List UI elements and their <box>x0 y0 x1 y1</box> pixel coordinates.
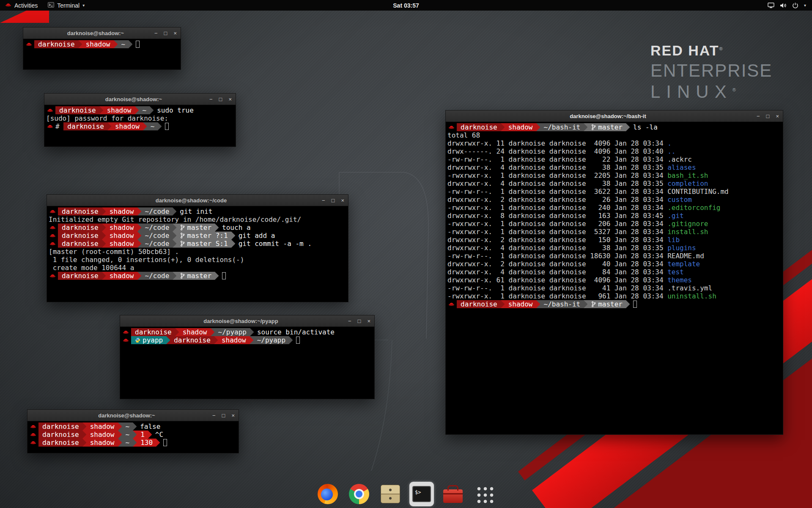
window-buttons: − □ × <box>757 110 779 121</box>
command-text: git add a <box>239 232 275 240</box>
titlebar[interactable]: darknoise@shadow:~/pyapp − □ × <box>120 315 374 327</box>
segment-text: shadow <box>90 422 115 431</box>
close-button[interactable]: × <box>228 97 232 102</box>
powerline-arrow <box>82 439 86 447</box>
maximize-button[interactable]: □ <box>332 198 335 203</box>
status-area[interactable]: ▾ <box>768 0 812 11</box>
output-text: # <box>55 122 63 130</box>
minimize-button[interactable]: − <box>212 413 216 418</box>
segment-text: darknoise <box>62 207 99 215</box>
firefox-icon[interactable] <box>315 482 340 506</box>
minimize-button[interactable]: − <box>757 113 760 119</box>
terminal-line: 1 file changed, 0 insertions(+), 0 delet… <box>49 256 346 264</box>
segment-text: ~ <box>121 40 126 48</box>
titlebar[interactable]: darknoise@shadow:~ − □ × <box>44 94 236 105</box>
prompt-segment-host: shadow <box>106 232 137 240</box>
powerline-arrow <box>137 232 141 240</box>
maximize-button[interactable]: □ <box>222 413 225 418</box>
maximize-button[interactable]: □ <box>219 97 222 102</box>
close-button[interactable]: × <box>367 318 370 324</box>
terminal-line: drwxrwxr-x. 2 darknoise darknoise 26 Jan… <box>447 196 781 204</box>
branch-icon <box>591 301 596 307</box>
minimize-button[interactable]: − <box>209 97 213 102</box>
close-button[interactable]: × <box>173 30 177 36</box>
terminal-line: -rw-rw-r--. 1 darknoise darknoise 18630 … <box>447 252 781 260</box>
prompt-segment-exit: 1 <box>137 431 148 439</box>
clock[interactable]: Sat 03:57 <box>393 2 419 9</box>
terminal-line: darknoiseshadow~/bash-itmasterls -la <box>447 123 781 131</box>
terminal-content[interactable]: darknoiseshadow~/pyappsource bin/activat… <box>120 327 374 399</box>
terminal-window-home-1: darknoise@shadow:~ − □ × darknoiseshadow… <box>23 27 181 70</box>
app-grid-icon[interactable] <box>472 482 497 506</box>
terminal-line: [sudo] password for darknoise: <box>46 114 234 122</box>
output-text: drwxrwxr-x. 4 darknoise darknoise 38 Jan… <box>447 163 667 171</box>
terminal-prompt-glyph: $> <box>415 489 421 495</box>
window-buttons: − □ × <box>212 410 235 421</box>
segment-text: darknoise <box>174 336 211 344</box>
toolbox-icon[interactable] <box>441 482 465 506</box>
output-text: README.md <box>667 252 704 260</box>
terminal-content[interactable]: darknoiseshadow~/bash-itmasterls -latota… <box>446 122 783 434</box>
command-text: git commit -a -m . <box>239 240 312 248</box>
titlebar[interactable]: darknoise@shadow:~/code − □ × <box>47 195 348 206</box>
powerline-arrow <box>166 336 170 344</box>
terminal-cursor <box>136 41 140 48</box>
minimize-button[interactable]: − <box>322 198 325 203</box>
powerline-arrow <box>214 336 218 344</box>
terminal-content[interactable]: darknoiseshadow~falsedarknoiseshadow~1^C… <box>27 421 239 453</box>
prompt-segment-git: master <box>176 224 215 232</box>
terminal-content[interactable]: darknoiseshadow~/codegit initInitialized… <box>47 206 348 302</box>
segment-text: shadow <box>110 224 134 232</box>
minimize-button[interactable]: − <box>154 30 158 36</box>
segment-text: shadow <box>86 40 110 48</box>
powerline-arrow <box>215 224 219 232</box>
prompt-segment-user: darknoise <box>38 431 82 439</box>
maximize-button[interactable]: □ <box>766 113 770 119</box>
powerline-arrow <box>156 439 160 447</box>
powerline-arrow <box>118 431 122 439</box>
terminal-line: drwxrwxr-x. 8 darknoise darknoise 163 Ja… <box>447 212 781 220</box>
window-buttons: − □ × <box>348 315 370 326</box>
output-text: -rwxrwxr-x. 1 darknoise darknoise 5327 J… <box>447 228 667 236</box>
output-text: custom <box>667 196 692 204</box>
branch-icon <box>180 232 185 239</box>
close-button[interactable]: × <box>776 113 779 119</box>
powerline-arrow <box>102 207 106 215</box>
output-text: completion <box>667 179 708 188</box>
activities-button[interactable]: Activities <box>0 0 43 11</box>
powerline-arrow <box>173 272 176 280</box>
titlebar[interactable]: darknoise@shadow:~ − □ × <box>27 410 239 421</box>
close-button[interactable]: × <box>231 413 235 418</box>
terminal-icon[interactable]: $> <box>409 482 434 506</box>
maximize-button[interactable]: □ <box>164 30 167 36</box>
powerline-arrow <box>173 240 176 248</box>
output-text: .ackrc <box>667 155 692 163</box>
close-button[interactable]: × <box>341 198 344 203</box>
terminal-line: darknoiseshadow~/bash-itmaster <box>447 300 781 308</box>
output-text: 1 file changed, 0 insertions(+), 0 delet… <box>49 256 244 264</box>
maximize-button[interactable]: □ <box>358 318 361 324</box>
output-text: -rwxrwxr-x. 1 darknoise darknoise 961 Ja… <box>447 292 667 300</box>
prompt-segment-path: ~ <box>122 439 133 447</box>
segment-text: darknoise <box>67 122 104 130</box>
terminal-content[interactable]: darknoiseshadow~sudo true[sudo] password… <box>44 105 236 146</box>
prompt-segment-host: shadow <box>505 300 536 308</box>
minimize-button[interactable]: − <box>348 318 351 324</box>
prompt-segment-host: shadow <box>505 123 536 131</box>
app-menu-terminal[interactable]: Terminal ▾ <box>44 0 89 11</box>
files-icon[interactable] <box>378 482 403 506</box>
powerline-arrow <box>137 224 141 232</box>
powerline-arrow <box>536 123 540 131</box>
output-text: drwxrwxr-x. 11 darknoise darknoise 4096 … <box>447 139 667 147</box>
segment-text: 130 <box>140 439 153 447</box>
google-chrome-icon[interactable] <box>347 482 371 506</box>
chrome-logo <box>349 484 369 504</box>
powerline-arrow <box>143 122 147 130</box>
titlebar[interactable]: darknoise@shadow:~/bash-it − □ × <box>446 110 783 122</box>
segment-text: ~/code <box>145 232 170 240</box>
powerline-arrow <box>102 224 106 232</box>
window-buttons: − □ × <box>209 94 232 105</box>
powerline-arrow <box>250 336 253 344</box>
terminal-content[interactable]: darknoiseshadow~ <box>23 39 181 69</box>
titlebar[interactable]: darknoise@shadow:~ − □ × <box>23 28 181 39</box>
